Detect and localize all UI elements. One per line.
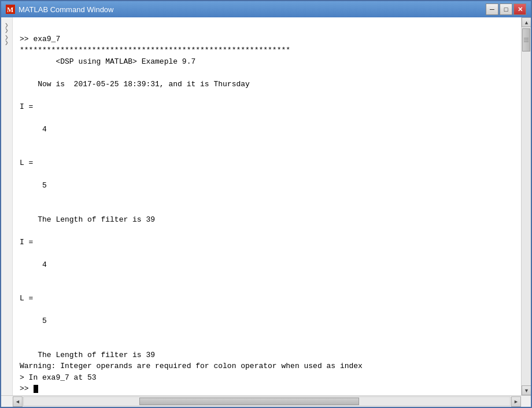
h-scroll-track[interactable] [23,396,511,406]
scroll-down-button[interactable]: ▼ [522,385,531,395]
output-line-l-eq2: L = [20,294,33,303]
output-line-title: <DSP using MATLAB> Exameple 9.7 [20,57,195,66]
h-scroll-thumb[interactable] [139,398,359,405]
output-line-in: > In exa9_7 at 53 [20,373,97,382]
chevron-down-1: ❯ [5,35,9,40]
maximize-button[interactable]: □ [500,3,512,15]
scroll-grip [524,38,529,42]
minimize-button[interactable]: ─ [486,3,498,15]
title-bar: M MATLAB Command Window ─ □ ✕ [1,1,531,17]
chevron-down-2: ❯ [5,41,9,45]
left-decoration: ❯ ❯ ❯ ❯ [1,17,13,395]
scroll-right-button[interactable]: ► [511,396,521,407]
scroll-track[interactable] [522,27,531,385]
scroll-thumb[interactable] [522,28,530,52]
output-line-i-eq: I = [20,102,33,111]
output-line-stars: ****************************************… [20,46,290,54]
grip-line-1 [524,38,529,39]
chevron-up-1: ❯ [5,23,9,28]
chevron-pair-2: ❯ ❯ [5,35,9,45]
output-line-l-val: 5 [20,181,47,190]
output-line-filter2: The Length of filter is 39 [20,351,155,359]
grip-line-3 [524,42,529,42]
output-line-cmd: exa9_7 [33,35,60,43]
output-line-i-eq2: I = [20,238,33,247]
output-line-warning: Warning: Integer operands are required f… [20,362,363,370]
terminal-output[interactable]: >> exa9_7 ******************************… [13,17,521,395]
close-button[interactable]: ✕ [513,3,526,15]
chevron-pair-1: ❯ ❯ [5,23,9,33]
output-line-i-val: 4 [20,125,47,134]
output-line-prompt: >> [20,35,33,43]
output-line-filter1: The Length of filter is 39 [20,215,155,224]
scroll-up-button[interactable]: ▲ [522,17,531,27]
output-line-final-prompt: >> [20,384,38,393]
terminal-area: >> exa9_7 ******************************… [13,17,531,395]
scroll-left-button[interactable]: ◄ [13,396,23,407]
output-line-datetime: Now is 2017-05-25 18:39:31, and it is Th… [20,80,250,89]
app-icon: M [6,5,15,14]
chevron-up-2: ❯ [5,28,9,33]
svg-text:M: M [7,6,13,14]
output-line-i-val2: 4 [20,260,47,269]
output-line-l-eq: L = [20,159,33,167]
window-controls: ─ □ ✕ [486,3,526,15]
grip-line-2 [524,40,529,41]
window-title: MATLAB Command Window [19,5,486,14]
cursor [34,385,38,393]
matlab-window: M MATLAB Command Window ─ □ ✕ ❯ ❯ ❯ ❯ >>… [0,0,532,408]
horizontal-scrollbar: ◄ ► [1,395,531,407]
content-area: ❯ ❯ ❯ ❯ >> exa9_7 **********************… [1,17,531,395]
output-line-l-val2: 5 [20,317,47,325]
vertical-scrollbar: ▲ ▼ [521,17,531,395]
